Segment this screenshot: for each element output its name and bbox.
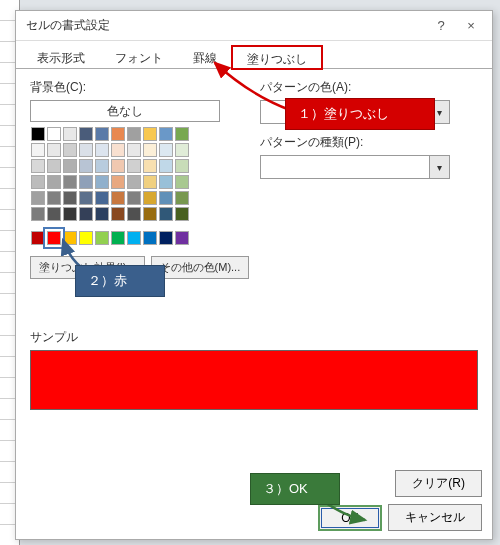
color-swatch[interactable] (127, 207, 141, 221)
color-swatch[interactable] (95, 143, 109, 157)
annotation-step3: ３）OK (250, 473, 340, 505)
color-swatch[interactable] (159, 231, 173, 245)
color-swatch[interactable] (143, 175, 157, 189)
left-column: 背景色(C): 色なし 塗りつぶし効果(I)... その他の色(M)... (30, 79, 250, 279)
color-swatch[interactable] (111, 191, 125, 205)
color-swatch[interactable] (143, 159, 157, 173)
tab-bar: 表示形式 フォント 罫線 塗りつぶし (16, 41, 492, 69)
color-swatch[interactable] (111, 175, 125, 189)
color-swatch[interactable] (175, 231, 189, 245)
color-swatch[interactable] (127, 127, 141, 141)
color-swatch[interactable] (175, 143, 189, 157)
color-swatch[interactable] (95, 191, 109, 205)
tab-font[interactable]: フォント (100, 45, 178, 68)
color-swatch[interactable] (79, 207, 93, 221)
color-swatch[interactable] (63, 159, 77, 173)
color-swatch[interactable] (63, 175, 77, 189)
color-swatch[interactable] (159, 127, 173, 141)
color-swatch[interactable] (95, 159, 109, 173)
color-swatch[interactable] (31, 207, 45, 221)
color-swatch[interactable] (159, 159, 173, 173)
titlebar: セルの書式設定 ? × (16, 11, 492, 41)
color-swatch[interactable] (63, 143, 77, 157)
annotation-step2: ２）赤 (75, 265, 165, 297)
color-swatch[interactable] (175, 159, 189, 173)
color-swatch[interactable] (159, 175, 173, 189)
color-swatch[interactable] (63, 231, 77, 245)
color-swatch[interactable] (47, 191, 61, 205)
tab-fill[interactable]: 塗りつぶし (232, 46, 322, 69)
color-swatch[interactable] (175, 207, 189, 221)
color-swatch[interactable] (159, 191, 173, 205)
color-swatch[interactable] (127, 191, 141, 205)
footer: OK キャンセル (318, 504, 482, 531)
color-swatch[interactable] (127, 143, 141, 157)
color-swatch[interactable] (95, 127, 109, 141)
color-swatch[interactable] (159, 143, 173, 157)
color-swatch[interactable] (47, 231, 61, 245)
clear-button[interactable]: クリア(R) (395, 470, 482, 497)
color-swatch[interactable] (31, 127, 45, 141)
color-swatch[interactable] (47, 207, 61, 221)
color-swatch[interactable] (63, 207, 77, 221)
color-swatch[interactable] (95, 207, 109, 221)
color-swatch[interactable] (111, 127, 125, 141)
tab-border[interactable]: 罫線 (178, 45, 232, 68)
color-swatch[interactable] (47, 159, 61, 173)
color-swatch[interactable] (175, 127, 189, 141)
color-swatch[interactable] (111, 143, 125, 157)
color-swatch[interactable] (143, 127, 157, 141)
pattern-style-label: パターンの種類(P): (260, 134, 470, 151)
color-swatch[interactable] (79, 159, 93, 173)
no-color-button[interactable]: 色なし (30, 100, 220, 122)
color-swatch[interactable] (111, 159, 125, 173)
color-swatch[interactable] (111, 231, 125, 245)
color-swatch[interactable] (143, 191, 157, 205)
color-swatch[interactable] (79, 143, 93, 157)
color-swatch[interactable] (47, 143, 61, 157)
color-swatch[interactable] (31, 175, 45, 189)
color-swatch[interactable] (47, 127, 61, 141)
color-swatch[interactable] (127, 231, 141, 245)
color-swatch[interactable] (127, 159, 141, 173)
right-column: パターンの色(A): ▾ パターンの種類(P): ▾ (260, 79, 470, 189)
color-swatch[interactable] (79, 191, 93, 205)
annotation-step1: １）塗りつぶし (285, 98, 435, 130)
color-palette-standard (30, 230, 250, 246)
cancel-button[interactable]: キャンセル (388, 504, 482, 531)
color-swatch[interactable] (95, 175, 109, 189)
color-swatch[interactable] (31, 231, 45, 245)
color-swatch[interactable] (79, 231, 93, 245)
color-swatch[interactable] (95, 231, 109, 245)
dialog-title: セルの書式設定 (26, 17, 426, 34)
color-swatch[interactable] (31, 191, 45, 205)
color-swatch[interactable] (47, 175, 61, 189)
color-palette-theme (30, 126, 250, 222)
sample-preview (30, 350, 478, 410)
color-swatch[interactable] (175, 191, 189, 205)
color-swatch[interactable] (143, 207, 157, 221)
color-swatch[interactable] (143, 143, 157, 157)
ok-button[interactable]: OK (318, 505, 382, 531)
close-icon[interactable]: × (456, 14, 486, 38)
color-swatch[interactable] (79, 127, 93, 141)
tab-number-format[interactable]: 表示形式 (22, 45, 100, 68)
color-swatch[interactable] (175, 175, 189, 189)
pattern-style-combo[interactable]: ▾ (260, 155, 450, 179)
pattern-color-label: パターンの色(A): (260, 79, 470, 96)
help-icon[interactable]: ? (426, 14, 456, 38)
color-swatch[interactable] (31, 143, 45, 157)
color-swatch[interactable] (31, 159, 45, 173)
color-swatch[interactable] (79, 175, 93, 189)
color-swatch[interactable] (143, 231, 157, 245)
color-swatch[interactable] (63, 127, 77, 141)
bgcolor-label: 背景色(C): (30, 79, 250, 96)
color-swatch[interactable] (159, 207, 173, 221)
color-swatch[interactable] (111, 207, 125, 221)
color-swatch[interactable] (127, 175, 141, 189)
chevron-down-icon: ▾ (429, 156, 449, 178)
more-colors-button[interactable]: その他の色(M)... (151, 256, 250, 279)
color-swatch[interactable] (63, 191, 77, 205)
